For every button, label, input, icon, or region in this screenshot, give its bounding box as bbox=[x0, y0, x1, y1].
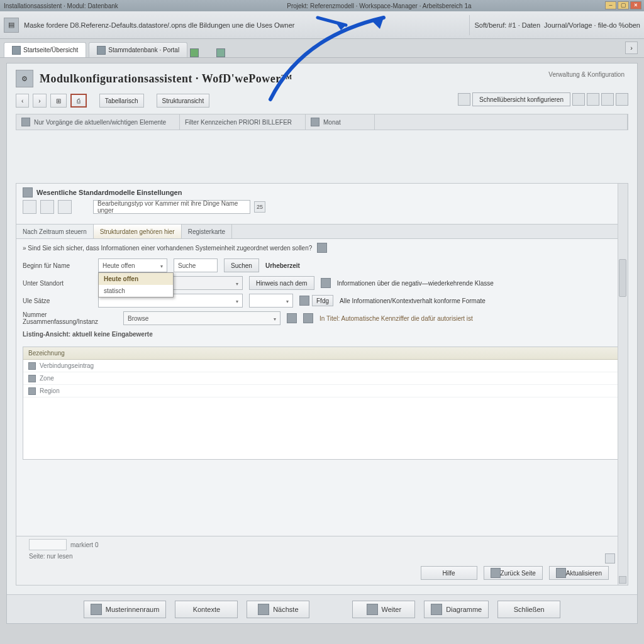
action-continue[interactable]: Weiter bbox=[352, 601, 415, 618]
mini-view-1[interactable] bbox=[458, 93, 470, 106]
section-icon bbox=[23, 187, 33, 197]
section-title: Wesentliche Standardmodelle Einstellunge… bbox=[36, 189, 182, 196]
dropdown-menu: Heute offen statisch bbox=[98, 272, 174, 297]
close-button[interactable]: × bbox=[630, 1, 641, 9]
nav-back-button[interactable]: ‹ bbox=[16, 94, 29, 108]
scrollbar[interactable] bbox=[618, 184, 628, 585]
tab-start[interactable]: Startseite/Übersicht bbox=[4, 42, 86, 57]
quick-config-button[interactable]: Schnellübersicht konfigurieren bbox=[472, 92, 570, 106]
list-header: Bezeichnung bbox=[23, 347, 621, 360]
view-toolbar: ‹ › ⊞ ⎙ Tabellarisch Strukturansicht Sch… bbox=[7, 91, 637, 110]
view-tree-button[interactable]: Strukturansicht bbox=[157, 94, 210, 108]
tab-label: Stammdatenbank · Portal bbox=[108, 47, 179, 53]
row-label: Nummer Zusammenfassung/Instanz bbox=[23, 311, 117, 325]
selection-count-box bbox=[29, 539, 67, 550]
action-next[interactable]: Nächste bbox=[247, 601, 309, 618]
subtab-strip: Nach Zeitraum steuern Strukturdaten gehö… bbox=[16, 224, 628, 239]
pin-icon bbox=[321, 278, 331, 288]
action-templates[interactable]: Musterinnenraum bbox=[84, 601, 167, 618]
view-right-cluster: Schnellübersicht konfigurieren bbox=[458, 92, 628, 106]
list-item[interactable]: Region bbox=[23, 385, 621, 397]
dropdown-option-1[interactable]: Heute offen bbox=[99, 273, 173, 285]
refresh-icon[interactable] bbox=[216, 48, 225, 57]
toolbar-menu-new[interactable]: Soft/beruf: #1 · Daten bbox=[475, 21, 541, 29]
layout-icon-1[interactable] bbox=[572, 93, 585, 106]
layout-icon-2[interactable] bbox=[587, 93, 599, 106]
link-icon[interactable] bbox=[303, 313, 313, 323]
row-desc: Urheberzeit bbox=[265, 262, 300, 269]
nav-forward-button[interactable]: › bbox=[33, 94, 46, 108]
chevron-right-icon: › bbox=[630, 44, 633, 52]
inner-body: Wesentliche Standardmodelle Einstellunge… bbox=[16, 183, 628, 586]
scrollbar-down-arrow[interactable] bbox=[619, 576, 626, 584]
tab-database[interactable]: Stammdatenbank · Portal bbox=[89, 42, 187, 57]
calendar-icon bbox=[311, 118, 319, 126]
folder-icon[interactable] bbox=[287, 313, 297, 323]
panel-subtitle: Verwaltung & Konfiguration bbox=[548, 71, 625, 78]
corner-info-icon[interactable] bbox=[605, 553, 615, 564]
info-icon[interactable] bbox=[317, 243, 327, 253]
green-flag-icon[interactable] bbox=[190, 48, 199, 57]
help-button[interactable]: Hilfe bbox=[421, 566, 477, 580]
view-table-button[interactable]: Tabellarisch bbox=[99, 94, 144, 108]
action-diagrams[interactable]: Diagramme bbox=[424, 601, 489, 618]
tool-icon-4[interactable] bbox=[75, 200, 89, 214]
filter-bar: Nur Vorgänge die aktuellen/wichtigen Ele… bbox=[16, 114, 628, 130]
subtab-empty bbox=[232, 225, 628, 238]
layout-icon-4[interactable] bbox=[616, 93, 628, 106]
row-label: Ule Sätze bbox=[23, 297, 92, 304]
tool-icon-1[interactable] bbox=[23, 200, 36, 214]
gear-icon: ⚙ bbox=[16, 70, 33, 87]
action-bar: Musterinnenraum Kontexte Nächste Weiter … bbox=[7, 594, 637, 623]
breadcrumb-path: Maske fordere D8.Referenz-Defaults.datas… bbox=[24, 21, 294, 29]
db-icon bbox=[97, 46, 106, 55]
confirmation-note: » Sind Sie sich sicher, dass Information… bbox=[16, 239, 628, 257]
view-grid-button[interactable]: ⊞ bbox=[50, 94, 67, 108]
layout-icon-3[interactable] bbox=[601, 93, 614, 106]
arrow-left-icon bbox=[491, 568, 501, 578]
subtab-structure[interactable]: Strukturdaten gehören hier bbox=[94, 225, 182, 238]
content-area: ⚙ Modulkonfigurationsassistent · WofD'we… bbox=[0, 58, 644, 626]
results-list: Bezeichnung Verbindungseintrag Zone Regi… bbox=[23, 347, 621, 460]
toolbar-menu-edit[interactable]: Journal/Vorlage · file-do %oben bbox=[544, 21, 640, 29]
list-item[interactable]: Verbindungseintrag bbox=[23, 360, 621, 372]
list-item[interactable]: Zone bbox=[23, 372, 621, 385]
subtab-register[interactable]: Registerkarte bbox=[182, 225, 232, 238]
scrollbar-thumb[interactable] bbox=[619, 259, 626, 297]
action-contexts[interactable]: Kontexte bbox=[175, 601, 238, 618]
tag-chip[interactable]: Ffdg bbox=[312, 295, 333, 306]
title-center: Projekt: Referenzmodell · Workspace-Mana… bbox=[287, 3, 471, 9]
inner-footer: markiert 0 Seite: nur lesen Hilfe Zurück… bbox=[16, 536, 618, 585]
tool-icon-3[interactable] bbox=[58, 200, 72, 214]
summary-field[interactable]: Browse bbox=[123, 311, 280, 325]
filter-label-3: Monat bbox=[323, 119, 341, 126]
page-back-button[interactable]: Zurück Seite bbox=[484, 566, 543, 580]
panel-collapse-button[interactable]: › bbox=[625, 42, 638, 54]
chart-icon bbox=[431, 604, 442, 615]
title-left: Installationsassistent · Modul: Datenban… bbox=[4, 3, 118, 9]
sets-aux-field[interactable] bbox=[249, 294, 293, 308]
main-toolbar: ▤ Maske fordere D8.Referenz-Defaults.dat… bbox=[0, 11, 644, 39]
default-type-field[interactable]: Bearbeitungstyp vor Kammer mit ihre Ding… bbox=[93, 200, 250, 214]
maximize-button[interactable]: ▢ bbox=[618, 1, 629, 9]
minimize-button[interactable]: – bbox=[605, 1, 616, 9]
view-selected-button[interactable]: ⎙ bbox=[70, 94, 87, 108]
app-icon: ▤ bbox=[4, 18, 19, 33]
tool-icon-2[interactable] bbox=[40, 200, 54, 214]
start-type-dropdown[interactable]: Heute offen Heute offen statisch bbox=[98, 258, 167, 272]
action-close[interactable]: Schließen bbox=[497, 601, 560, 618]
location-hint-button[interactable]: Hinweis nach dem bbox=[249, 276, 314, 290]
panel-title: Modulkonfigurationsassistent · WofD'wePo… bbox=[40, 72, 292, 86]
count-badge: 25 bbox=[254, 201, 265, 213]
home-icon bbox=[12, 46, 21, 55]
filter-label-2: Filter Kennzeichen PRIORI BILLEFER bbox=[185, 119, 292, 126]
search-term-field[interactable]: Suche bbox=[174, 258, 218, 272]
status-selected: markiert 0 bbox=[70, 541, 98, 548]
refresh-list-button[interactable]: Aktualisieren bbox=[549, 566, 609, 580]
row-start-name: Beginn für Name Heute offen Heute offen … bbox=[16, 257, 628, 274]
dropdown-option-2[interactable]: statisch bbox=[99, 285, 173, 297]
subtab-label: Nach Zeitraum steuern bbox=[16, 225, 94, 238]
row-label: Beginn für Name bbox=[23, 262, 92, 269]
search-button[interactable]: Suchen bbox=[224, 258, 259, 272]
row-desc: Alle Informationen/Kontextverhalt konfor… bbox=[340, 297, 486, 304]
